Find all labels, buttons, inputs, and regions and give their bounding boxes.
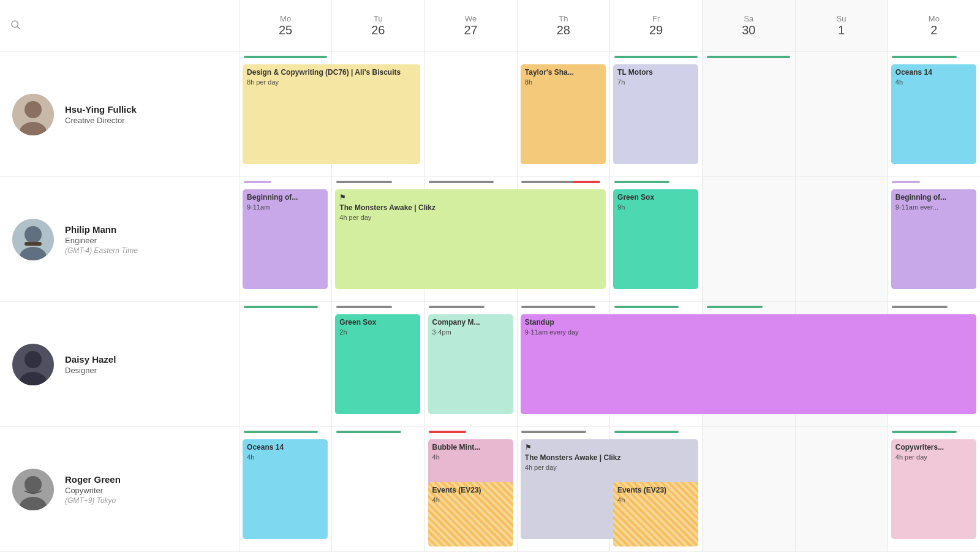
event-name-d2: Company M... <box>432 317 509 328</box>
event-r1[interactable]: Oceans 144h <box>243 439 328 539</box>
svg-point-6 <box>24 226 42 243</box>
day-num: 26 <box>371 23 385 37</box>
person-role-roger: Copywriter <box>65 486 121 495</box>
person-role-hsu: Creative Director <box>65 116 137 125</box>
svg-point-0 <box>12 21 18 28</box>
bar-indicator-daisy-col5 <box>707 306 763 308</box>
event-time-p4: 9-11am ever... <box>895 203 972 212</box>
event-p2[interactable]: ⚑The Monsters Awake | Clikz4h per day <box>335 189 606 289</box>
bar-indicator-daisy-col0 <box>244 306 318 308</box>
event-time-r3: 4h <box>432 496 509 505</box>
day-name: Sa <box>744 14 753 23</box>
event-d1[interactable]: Green Sox2h <box>335 314 420 414</box>
body-area: Hsu-Ying Fullick Creative Director Phili… <box>0 52 980 552</box>
day-num: 27 <box>464 23 478 37</box>
cell-philip-day5 <box>702 177 794 301</box>
person-name-roger: Roger Green <box>65 474 121 485</box>
event-time-p1: 9-11am <box>247 203 323 212</box>
person-name-philip: Philip Mann <box>65 224 138 235</box>
day-name: Fr <box>652 14 660 23</box>
avatar-hsu <box>12 94 54 135</box>
event-h3[interactable]: TL Motors7h <box>613 64 698 164</box>
bar-indicator-roger-col4 <box>614 431 679 433</box>
day-num: 1 <box>838 23 845 37</box>
calendar-row-philip: Beginning of...9-11am⚑The Monsters Awake… <box>239 177 980 302</box>
event-name-p2: The Monsters Awake | Clikz <box>339 203 601 213</box>
day-name: Mo <box>929 14 940 23</box>
header-day-fr-29: Fr 29 <box>609 0 702 51</box>
flag-icon: ⚑ <box>339 193 346 202</box>
bar-indicator-philip-col0 <box>244 181 271 183</box>
bar-indicator-philip-col2 <box>429 181 494 183</box>
calendar-container: Mo 25 Tu 26 We 27 Th 28 Fr 29 Sa 30 Su 1… <box>0 0 980 552</box>
event-p4[interactable]: Beginning of...9-11am ever... <box>891 189 976 289</box>
svg-point-10 <box>24 351 42 368</box>
event-name-h1: Design & Copywriting (DC76) | Ali's Bisc… <box>247 67 416 78</box>
persons-sidebar: Hsu-Ying Fullick Creative Director Phili… <box>0 52 239 552</box>
person-info-philip: Philip Mann Engineer (GMT-4) Eastern Tim… <box>65 224 138 255</box>
event-r5[interactable]: Events (EV23)4h <box>613 482 698 546</box>
bar-indicator-roger-col7 <box>892 431 957 433</box>
event-name-p3: Green Sox <box>617 192 694 203</box>
bar-indicator-hsu-col5 <box>707 56 790 58</box>
person-row-hsu: Hsu-Ying Fullick Creative Director <box>0 52 239 177</box>
cell-roger-day5 <box>702 427 794 551</box>
person-info-hsu: Hsu-Ying Fullick Creative Director <box>65 104 137 125</box>
calendar-row-roger: Oceans 144hBubble Mint...4hEvents (EV23)… <box>239 427 980 552</box>
cell-hsu-day6 <box>795 52 888 176</box>
event-name-r6: Copywriters... <box>895 442 972 453</box>
avatar-roger <box>12 469 54 510</box>
calendar-row-hsu: Design & Copywriting (DC76) | Ali's Bisc… <box>239 52 980 177</box>
bar-indicator-daisy-col4 <box>614 306 679 308</box>
event-time-p2: 4h per day <box>339 213 601 222</box>
event-r3[interactable]: Events (EV23)4h <box>428 482 513 546</box>
avatar-philip <box>12 219 54 260</box>
event-h1[interactable]: Design & Copywriting (DC76) | Ali's Bisc… <box>243 64 420 164</box>
bar-indicator-roger-col2 <box>429 431 466 433</box>
event-h2[interactable]: Taylor's Sha...8h <box>521 64 606 164</box>
header-day-su-1: Su 1 <box>795 0 888 51</box>
bar-indicator-philip-col7 <box>892 181 919 183</box>
event-name-r4: The Monsters Awake | Clikz <box>525 453 694 463</box>
event-name-h3: TL Motors <box>617 67 694 78</box>
search-icon[interactable] <box>10 19 21 32</box>
day-name: Th <box>559 14 568 23</box>
day-num: 29 <box>649 23 663 37</box>
header-day-tu-26: Tu 26 <box>331 0 424 51</box>
svg-point-13 <box>24 476 42 493</box>
bar-indicator-daisy-col7 <box>892 306 948 308</box>
header-day-th-28: Th 28 <box>517 0 609 51</box>
day-num: 25 <box>279 23 292 37</box>
event-time-r5: 4h <box>617 496 694 505</box>
event-h4[interactable]: Oceans 144h <box>891 64 976 164</box>
event-p1[interactable]: Beginning of...9-11am <box>243 189 328 289</box>
event-r6[interactable]: Copywriters...4h per day <box>891 439 976 539</box>
person-info-roger: Roger Green Copywriter (GMT+9) Tokyo <box>65 474 121 505</box>
event-time-h1: 8h per day <box>247 78 416 87</box>
day-name: Mo <box>280 14 291 23</box>
header-sidebar <box>0 0 239 51</box>
event-p3[interactable]: Green Sox9h <box>613 189 698 289</box>
person-name-hsu: Hsu-Ying Fullick <box>65 104 137 115</box>
event-time-h3: 7h <box>617 78 694 87</box>
event-time-d3: 9-11am every day <box>525 328 972 337</box>
bar-indicator-daisy-col3 <box>521 306 595 308</box>
bar-indicator-hsu-col0 <box>244 56 327 58</box>
event-name-p1: Beginning of... <box>247 192 323 203</box>
event-d3[interactable]: Standup9-11am every day <box>521 314 976 414</box>
event-name-d1: Green Sox <box>339 317 416 328</box>
bar-indicator-daisy-col2 <box>429 306 484 308</box>
flag-icon: ⚑ <box>525 443 532 452</box>
calendar-row-daisy: Green Sox2hCompany M...3-4pmStandup9-11a… <box>239 302 980 427</box>
person-tz-roger: (GMT+9) Tokyo <box>65 496 121 505</box>
bar-indicator-philip-col4 <box>614 181 670 183</box>
person-tz-philip: (GMT-4) Eastern Time <box>65 246 138 255</box>
event-name-p4: Beginning of... <box>895 192 972 203</box>
bar-indicator-roger-col1 <box>336 431 401 433</box>
cell-philip-day6 <box>795 177 888 301</box>
event-time-h4: 4h <box>895 78 972 87</box>
event-name-r2: Bubble Mint... <box>432 442 509 453</box>
day-name: Tu <box>374 14 383 23</box>
bar-indicator-roger-col0 <box>244 431 318 433</box>
event-d2[interactable]: Company M...3-4pm <box>428 314 513 414</box>
